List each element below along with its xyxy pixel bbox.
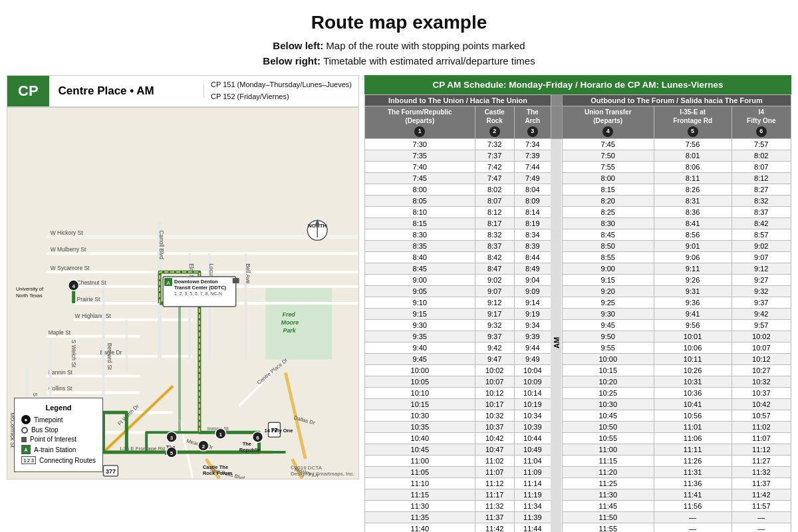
time-cell: 10:50 — [562, 422, 654, 433]
schedule-section: CP AM Schedule: Monday-Friday / Horario … — [364, 75, 791, 532]
time-cell: 8:26 — [654, 184, 732, 196]
time-cell: 10:39 — [514, 422, 551, 433]
time-cell: 8:41 — [654, 218, 732, 229]
time-cell: 11:05 — [365, 467, 475, 478]
time-cell: 10:40 — [365, 433, 475, 444]
table-row: 8:008:028:048:158:268:27 — [365, 184, 791, 196]
time-cell: 8:00 — [562, 173, 654, 184]
time-cell: 10:07 — [475, 376, 514, 388]
table-row: 8:408:428:448:559:069:07 — [365, 252, 791, 263]
time-cell: 8:25 — [562, 207, 654, 218]
table-row: 11:1511:1711:1911:3011:4111:42 — [365, 489, 791, 501]
schedule-header: CP AM Schedule: Monday-Friday / Horario … — [364, 75, 791, 94]
time-cell: 10:12 — [475, 388, 514, 399]
time-cell: 11:39 — [514, 512, 551, 523]
time-cell: 9:42 — [732, 309, 791, 320]
time-cell: 11:45 — [562, 501, 654, 512]
page-title: Route map example — [0, 0, 798, 37]
time-cell: 11:30 — [562, 489, 654, 501]
svg-text:Fannin St: Fannin St — [49, 369, 73, 376]
table-row: 9:459:479:4910:0010:1110:12 — [365, 354, 791, 365]
time-cell: 10:37 — [732, 388, 791, 399]
svg-text:W Sycamore St: W Sycamore St — [51, 265, 90, 271]
time-cell: 11:06 — [654, 433, 732, 444]
time-cell: 9:26 — [654, 275, 732, 286]
time-cell: 11:32 — [475, 501, 514, 512]
time-cell: 11:35 — [365, 512, 475, 523]
time-cell: 11:50 — [562, 512, 654, 523]
time-cell: 10:15 — [365, 399, 475, 410]
svg-text:Transit Center (DDTC): Transit Center (DDTC) — [174, 285, 227, 291]
timepoint-icon: ● — [21, 415, 31, 424]
time-cell: 8:09 — [514, 196, 551, 207]
time-cell: 10:17 — [475, 399, 514, 410]
time-cell: 10:02 — [732, 331, 791, 342]
time-cell: 9:04 — [514, 275, 551, 286]
time-cell: 10:06 — [654, 342, 732, 354]
table-row: 11:0511:0711:0911:2011:3111:32 — [365, 467, 791, 478]
col-header-6: I4Fifty One6 — [732, 106, 791, 139]
time-cell: 11:27 — [732, 456, 791, 467]
time-cell: 9:44 — [514, 342, 551, 354]
time-cell: 10:55 — [562, 433, 654, 444]
svg-text:1: 1 — [219, 432, 223, 438]
time-cell: 9:45 — [562, 320, 654, 331]
atrain-icon: A — [21, 445, 31, 454]
time-cell: 10:14 — [514, 388, 551, 399]
time-cell: 9:40 — [365, 342, 475, 354]
svg-text:Maple St: Maple St — [49, 329, 71, 336]
time-cell: 8:40 — [365, 252, 475, 263]
legend-title: Legend — [21, 404, 96, 412]
time-cell: 7:47 — [475, 173, 514, 184]
time-cell: 11:00 — [562, 444, 654, 456]
time-cell: 11:12 — [475, 478, 514, 489]
schedule-table: Inbound to The Union / Hacia The Union O… — [364, 94, 791, 532]
time-cell: 10:12 — [732, 354, 791, 365]
time-cell: 9:06 — [654, 252, 732, 263]
time-cell: 10:32 — [475, 410, 514, 422]
time-cell: 11:36 — [654, 478, 732, 489]
time-cell: 8:44 — [514, 252, 551, 263]
time-cell: 11:30 — [365, 501, 475, 512]
time-cell: 11:44 — [514, 523, 551, 533]
svg-text:1, 2, 3, 5, 6, 7, 8, NC-N: 1, 2, 3, 5, 6, 7, 8, NC-N — [174, 291, 222, 296]
col-header-3: TheArch3 — [514, 106, 551, 139]
time-cell: 8:55 — [562, 252, 654, 263]
time-cell: 10:19 — [514, 399, 551, 410]
table-row: 10:4010:4210:4410:5511:0611:07 — [365, 433, 791, 444]
legend-item-atrain: A A-train Station — [21, 445, 96, 454]
inbound-group-header: Inbound to The Union / Hacia The Union — [365, 95, 551, 106]
time-cell: 10:41 — [654, 399, 732, 410]
time-cell: 10:56 — [654, 410, 732, 422]
table-row: 9:359:379:399:5010:0110:02 — [365, 331, 791, 342]
time-cell: 10:37 — [475, 422, 514, 433]
legend-item-poi: Point of Interest — [21, 436, 96, 443]
time-cell: 10:25 — [562, 388, 654, 399]
time-cell: 9:14 — [514, 297, 551, 309]
time-cell: — — [654, 512, 732, 523]
time-cell: 9:00 — [562, 263, 654, 275]
time-cell: 7:50 — [562, 150, 654, 162]
time-cell: 9:17 — [475, 309, 514, 320]
time-cell: 7:44 — [514, 162, 551, 173]
time-cell: 10:49 — [514, 444, 551, 456]
svg-text:Rock: Rock — [203, 470, 215, 476]
time-cell: 7:56 — [654, 139, 732, 150]
svg-text:A: A — [166, 280, 170, 286]
time-cell: 9:12 — [475, 297, 514, 309]
time-cell: 7:39 — [514, 150, 551, 162]
time-cell: 11:26 — [654, 456, 732, 467]
time-cell: 9:01 — [654, 241, 732, 252]
time-cell: 11:00 — [365, 456, 475, 467]
time-cell: 8:02 — [732, 150, 791, 162]
table-row: 8:058:078:098:208:318:32 — [365, 196, 791, 207]
time-cell: 9:10 — [365, 297, 475, 309]
time-cell: 8:42 — [475, 252, 514, 263]
table-row: 8:358:378:398:509:019:02 — [365, 241, 791, 252]
time-cell: 8:45 — [562, 229, 654, 241]
time-cell: 10:35 — [365, 422, 475, 433]
table-row: 11:0011:0211:0411:1511:2611:27 — [365, 456, 791, 467]
time-cell: 10:26 — [654, 365, 732, 376]
table-row: 11:4011:4211:4411:55—— — [365, 523, 791, 533]
table-row: 8:158:178:198:308:418:42 — [365, 218, 791, 229]
